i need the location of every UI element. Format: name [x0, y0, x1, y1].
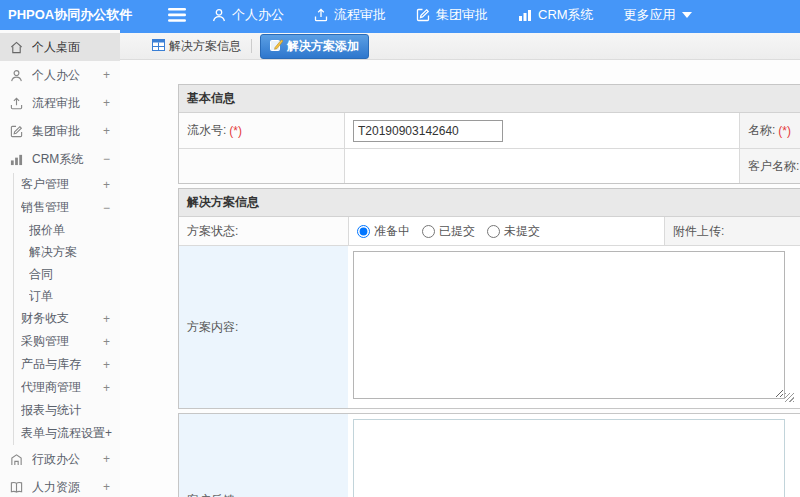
section-title-basic-info: 基本信息 [179, 85, 800, 113]
sidebar-item-contract[interactable]: 合同 [13, 263, 120, 285]
app-logo: PHPOA协同办公软件 [0, 6, 120, 24]
edit-icon [10, 125, 25, 138]
sidebar-item-quotation[interactable]: 报价单 [13, 219, 120, 241]
sidebar-item-human-resources[interactable]: 人力资源 + [0, 473, 120, 497]
serial-number-input[interactable] [353, 120, 503, 142]
status-option-label[interactable]: 准备中 [374, 223, 410, 240]
table-row: 方案状态: 准备中 已提交 未提交 附件上传: [179, 217, 800, 245]
person-icon [212, 8, 226, 22]
sidebar-item-workflow-approval[interactable]: 流程审批 + [0, 89, 120, 117]
section-title-solution-info: 解决方案信息 [179, 189, 800, 217]
feedback-textarea-cell [348, 414, 800, 497]
tab-separator [251, 39, 252, 53]
empty-cell [344, 149, 739, 183]
nav-workflow-approval[interactable]: 流程审批 [314, 6, 386, 24]
caret-down-icon [682, 12, 692, 18]
nav-personal-office[interactable]: 个人办公 [212, 6, 284, 24]
nav-crm-system[interactable]: CRM系统 [518, 6, 594, 24]
status-radio-submitted[interactable] [422, 225, 435, 238]
content-textarea-cell [348, 246, 800, 408]
name-label: 名称: (*) [739, 113, 800, 148]
home-icon [10, 41, 25, 54]
upload-icon [314, 8, 328, 22]
status-label: 方案状态: [179, 217, 348, 245]
sidebar-item-form-workflow-settings[interactable]: 表单与流程设置+ [13, 422, 120, 445]
upload-icon [10, 97, 25, 110]
top-bar: PHPOA协同办公软件 个人办公 流程审批 集团审批 CRM系统 [0, 0, 800, 30]
attachment-upload-label: 附件上传: [664, 217, 800, 245]
status-radio-not-submitted[interactable] [487, 225, 500, 238]
solution-add-form: 基本信息 流水号: (*) 名称: (*) 客户名称: [120, 60, 800, 497]
sidebar-item-solution[interactable]: 解决方案 [13, 241, 120, 263]
nav-more-apps[interactable]: 更多应用 [624, 6, 692, 24]
edit-pen-icon [270, 39, 283, 54]
feedback-textarea[interactable] [353, 419, 785, 497]
sidebar-item-crm-system[interactable]: CRM系统 − [0, 145, 120, 173]
content-textarea[interactable] [353, 251, 785, 399]
required-marker: (*) [229, 124, 242, 138]
customer-feedback-section: 客户反馈: [178, 413, 800, 497]
empty-label-cell [179, 149, 344, 183]
table-icon [152, 39, 165, 54]
solution-info-section: 解决方案信息 方案状态: 准备中 已提交 未提交 附件上传: 方案内容: [178, 188, 800, 409]
building-icon [10, 453, 25, 466]
sidebar-item-group-approval[interactable]: 集团审批 + [0, 117, 120, 145]
content-label: 方案内容: [179, 246, 348, 408]
top-navigation: 个人办公 流程审批 集团审批 CRM系统 更多应用 [212, 6, 722, 24]
tab-solution-info[interactable]: 解决方案信息 [152, 38, 241, 55]
status-radio-cell: 准备中 已提交 未提交 [348, 217, 664, 245]
sidebar-item-sales-management[interactable]: 销售管理 − [13, 196, 120, 219]
serial-number-label: 流水号: (*) [179, 113, 344, 148]
bar-chart-icon [518, 8, 532, 22]
sidebar: 个人桌面 个人办公 + 流程审批 + 集团审批 + CRM系统 − 客户管理 +… [0, 30, 120, 497]
sidebar-item-reports-statistics[interactable]: 报表与统计 [13, 399, 120, 422]
sidebar-item-personal-office[interactable]: 个人办公 + [0, 61, 120, 89]
customer-name-label: 客户名称: (*) [739, 149, 800, 183]
hamburger-menu-icon[interactable] [168, 8, 186, 22]
basic-info-section: 基本信息 流水号: (*) 名称: (*) 客户名称: [178, 84, 800, 184]
required-marker: (*) [778, 124, 791, 138]
sidebar-item-product-inventory[interactable]: 产品与库存 + [13, 353, 120, 376]
table-row: 方案内容: [179, 245, 800, 408]
status-option-label[interactable]: 已提交 [439, 223, 475, 240]
main-content: 解决方案信息 解决方案添加 基本信息 流水号: (*) 名称: [120, 30, 800, 497]
table-row: 流水号: (*) 名称: (*) [179, 113, 800, 148]
sidebar-item-agent-management[interactable]: 代理商管理 + [13, 376, 120, 399]
edit-icon [416, 8, 430, 22]
status-radio-preparing[interactable] [357, 225, 370, 238]
sidebar-item-order[interactable]: 订单 [13, 285, 120, 307]
sidebar-item-customer-management[interactable]: 客户管理 + [13, 173, 120, 196]
tab-solution-add[interactable]: 解决方案添加 [260, 34, 369, 59]
serial-number-cell [344, 113, 739, 148]
sidebar-item-admin-office[interactable]: 行政办公 + [0, 445, 120, 473]
sidebar-item-personal-desktop[interactable]: 个人桌面 [0, 33, 120, 61]
book-icon [10, 481, 25, 494]
feedback-label: 客户反馈: [179, 414, 348, 497]
sidebar-item-finance[interactable]: 财务收支 + [13, 307, 120, 330]
status-radio-group: 准备中 已提交 未提交 [357, 223, 548, 240]
status-option-label[interactable]: 未提交 [504, 223, 540, 240]
resize-handle-icon[interactable] [785, 393, 794, 402]
tab-bar: 解决方案信息 解决方案添加 [120, 33, 800, 60]
nav-group-approval[interactable]: 集团审批 [416, 6, 488, 24]
table-row: 客户名称: (*) [179, 148, 800, 183]
sidebar-item-purchasing[interactable]: 采购管理 + [13, 330, 120, 353]
bar-chart-icon [10, 153, 25, 166]
person-icon [10, 69, 25, 82]
table-row: 客户反馈: [179, 414, 800, 497]
